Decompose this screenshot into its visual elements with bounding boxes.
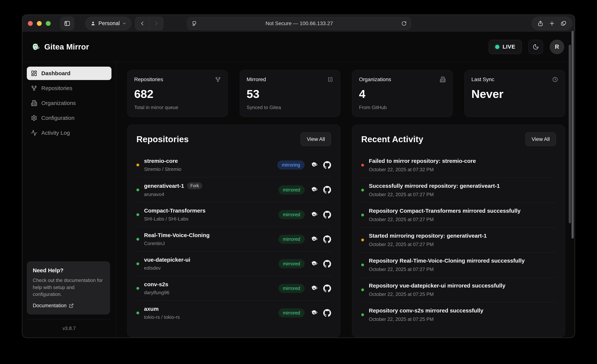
sidebar-item-label: Activity Log (41, 130, 70, 136)
activity-text: Repository vue-datepicker-ui mirrored su… (369, 283, 556, 289)
forward-button[interactable] (149, 17, 163, 30)
repositories-panel-title: Repositories (136, 134, 189, 144)
moon-icon (533, 44, 539, 50)
repo-owner: Stremio / Stremio (144, 166, 181, 172)
activity-text: Started mirroring repository: generative… (369, 233, 556, 239)
git-fork-icon (31, 85, 37, 91)
address-bar[interactable]: Not Secure — 100.66.133.27 (187, 17, 411, 30)
page-scrollbar[interactable] (569, 45, 571, 223)
repository-row[interactable]: generativeart-1 Fork arunavo4 mirrored (136, 177, 331, 202)
stat-label: Mirrored (247, 77, 266, 82)
person-icon (90, 21, 96, 26)
repository-row[interactable]: axum tokio-rs / tokio-rs mirrored (136, 301, 331, 325)
close-window-button[interactable] (28, 21, 33, 26)
user-avatar[interactable]: R (550, 40, 564, 54)
back-button[interactable] (135, 17, 149, 30)
profile-label: Personal (98, 20, 120, 26)
activity-timestamp: October 22, 2025 at 07:27 PM (369, 267, 556, 272)
repository-row[interactable]: Real-Time-Voice-Cloning CorentinJ mirror… (136, 227, 331, 251)
repo-status-badge: mirrored (278, 235, 305, 244)
gitea-icon[interactable] (310, 309, 318, 317)
browser-window: Personal Not Secure — 100.66.133.27 (22, 15, 575, 338)
live-status-badge[interactable]: LIVE (489, 40, 522, 54)
window-controls (28, 21, 51, 26)
theme-toggle-button[interactable] (528, 40, 543, 54)
stats-row: Repositories 682 Total in mirror queue M… (127, 70, 565, 117)
sidebar-item-activity-log[interactable]: Activity Log (27, 126, 111, 140)
repo-owner: edisdev (144, 265, 190, 271)
gitea-icon[interactable] (310, 284, 318, 293)
main-content: Repositories 682 Total in mirror queue M… (116, 62, 575, 338)
stat-value: 4 (359, 87, 446, 101)
stat-subtitle: Synced to Gitea (247, 105, 333, 110)
stat-card-organizations: Organizations 4 From GitHub (352, 70, 453, 117)
repo-status-dot (136, 213, 139, 216)
repository-row[interactable]: stremio-core Stremio / Stremio mirroring (136, 153, 331, 177)
activity-item[interactable]: Repository conv-s2s mirrored successfull… (361, 302, 556, 327)
sidebar-item-configuration[interactable]: Configuration (27, 111, 111, 125)
repo-name: conv-s2s (144, 281, 168, 287)
github-icon[interactable] (323, 235, 331, 243)
activity-text: Failed to mirror repository: stremio-cor… (369, 158, 556, 164)
activity-item[interactable]: Repository vue-datepicker-ui mirrored su… (361, 277, 556, 302)
activity-timestamp: October 22, 2025 at 07:27 PM (369, 192, 556, 198)
activity-status-dot (361, 238, 364, 241)
version-label: v3.8.7 (22, 325, 116, 331)
repo-status-badge: mirrored (278, 185, 305, 194)
github-icon[interactable] (323, 285, 331, 292)
repo-status-dot (136, 262, 139, 265)
gitea-logo-icon (31, 43, 39, 51)
github-icon[interactable] (323, 211, 331, 219)
gitea-icon[interactable] (310, 210, 318, 219)
tab-overview-icon[interactable] (560, 20, 567, 27)
activity-item[interactable]: Successfully mirrored repository: genera… (361, 178, 556, 202)
sidebar: Dashboard Repositories Organizations Con… (22, 62, 116, 338)
github-icon[interactable] (323, 161, 331, 169)
activity-list: Failed to mirror repository: stremio-cor… (361, 153, 556, 327)
repository-row[interactable]: Compact-Transformers SHI-Labs / SHI-Labs… (136, 202, 331, 227)
activity-status-dot (361, 263, 364, 266)
repo-owner: tokio-rs / tokio-rs (144, 314, 180, 320)
repo-status-dot (136, 238, 139, 241)
sidebar-item-repositories[interactable]: Repositories (27, 81, 111, 95)
stat-subtitle: Total in mirror queue (134, 105, 221, 110)
activity-text: Repository Real-Time-Voice-Cloning mirro… (369, 258, 556, 264)
repo-name: Compact-Transformers (144, 207, 205, 214)
activity-status-dot (361, 164, 364, 166)
sidebar-toggle-button[interactable] (60, 17, 74, 30)
brand[interactable]: Gitea Mirror (31, 42, 89, 51)
github-icon[interactable] (323, 309, 331, 317)
repositories-view-all-button[interactable]: View All (300, 132, 331, 146)
sidebar-item-label: Repositories (41, 85, 72, 91)
new-tab-icon[interactable] (549, 20, 555, 27)
stat-value: 682 (134, 87, 221, 101)
reload-icon[interactable] (401, 21, 407, 26)
minimize-window-button[interactable] (37, 21, 42, 26)
github-icon[interactable] (323, 186, 331, 194)
activity-item[interactable]: Failed to mirror repository: stremio-cor… (361, 153, 556, 178)
activity-item[interactable]: Repository Real-Time-Voice-Cloning mirro… (361, 252, 556, 277)
profile-menu-button[interactable]: Personal (85, 17, 131, 30)
repo-owner: arunavo4 (144, 191, 202, 197)
documentation-link[interactable]: Documentation (33, 303, 104, 309)
zoom-window-button[interactable] (46, 21, 51, 26)
sidebar-item-dashboard[interactable]: Dashboard (27, 67, 111, 80)
activity-view-all-button[interactable]: View All (525, 132, 556, 146)
panel-left-icon (64, 20, 71, 27)
gitea-icon[interactable] (310, 235, 318, 243)
page-settings-icon[interactable] (191, 21, 197, 26)
activity-item[interactable]: Started mirroring repository: generative… (361, 227, 556, 252)
share-icon[interactable] (537, 20, 544, 27)
repository-row[interactable]: conv-s2s darylfung96 mirrored (136, 276, 331, 301)
repository-row[interactable]: vue-datepicker-ui edisdev mirrored (136, 251, 331, 276)
gitea-icon[interactable] (310, 186, 318, 194)
window-scrollbar[interactable] (572, 31, 574, 238)
activity-item[interactable]: Repository Compact-Transformers mirrored… (361, 202, 556, 227)
gitea-icon[interactable] (310, 260, 318, 268)
github-icon[interactable] (323, 260, 331, 268)
gitea-icon[interactable] (310, 161, 318, 169)
repo-owner: SHI-Labs / SHI-Labs (144, 216, 205, 222)
toolbar-right-cluster (532, 17, 573, 30)
sidebar-item-organizations[interactable]: Organizations (27, 96, 111, 110)
help-body: Check out the documentation for help wit… (33, 277, 104, 298)
